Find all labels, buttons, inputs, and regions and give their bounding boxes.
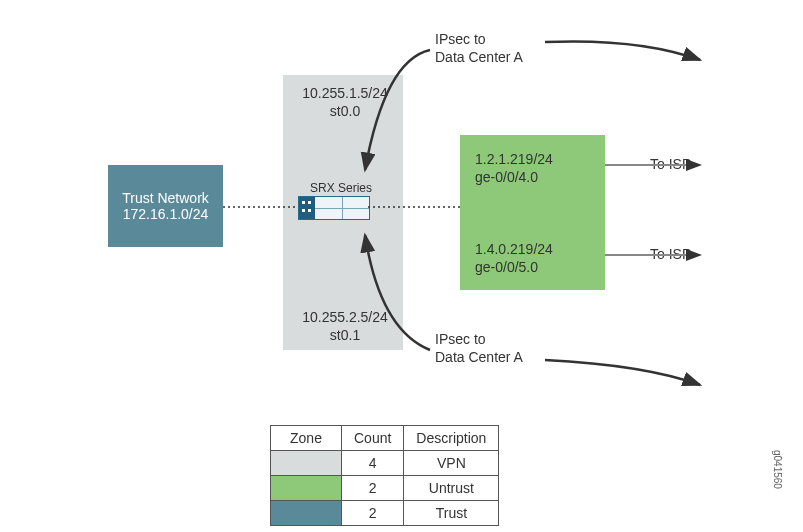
trust-network-subnet: 172.16.1.0/24 <box>123 206 209 222</box>
zone-legend-table: Zone Count Description 4 VPN 2 Untrust 2… <box>270 425 499 526</box>
legend-row-vpn: 4 VPN <box>271 451 499 476</box>
ipsec-top-label: IPsec to Data Center A <box>435 30 523 66</box>
trust-network-title: Trust Network <box>122 190 209 206</box>
trust-network-box: Trust Network 172.16.1.0/24 <box>108 165 223 247</box>
legend-header-row: Zone Count Description <box>271 426 499 451</box>
vpn-if-bottom: 10.255.2.5/24 st0.1 <box>295 308 395 344</box>
untrust-if-top: 1.2.1.219/24 ge-0/0/4.0 <box>475 150 553 186</box>
legend-row-trust: 2 Trust <box>271 501 499 526</box>
ipsec-bottom-label: IPsec to Data Center A <box>435 330 523 366</box>
untrust-if-bottom: 1.4.0.219/24 ge-0/0/5.0 <box>475 240 553 276</box>
legend-count-vpn: 4 <box>342 451 404 476</box>
to-isp-bottom: To ISP <box>650 246 691 262</box>
srx-device-icon <box>298 196 370 220</box>
legend-count-untrust: 2 <box>342 476 404 501</box>
legend-header-zone: Zone <box>271 426 342 451</box>
legend-desc-vpn: VPN <box>404 451 499 476</box>
legend-header-desc: Description <box>404 426 499 451</box>
legend-swatch-vpn <box>271 451 342 476</box>
legend-desc-trust: Trust <box>404 501 499 526</box>
legend-swatch-trust <box>271 501 342 526</box>
vpn-if-top: 10.255.1.5/24 st0.0 <box>295 84 395 120</box>
graphic-id: g041560 <box>772 450 783 489</box>
legend-swatch-untrust <box>271 476 342 501</box>
legend-header-count: Count <box>342 426 404 451</box>
legend-row-untrust: 2 Untrust <box>271 476 499 501</box>
legend-count-trust: 2 <box>342 501 404 526</box>
srx-label: SRX Series <box>310 181 372 195</box>
to-isp-top: To ISP <box>650 156 691 172</box>
legend-desc-untrust: Untrust <box>404 476 499 501</box>
